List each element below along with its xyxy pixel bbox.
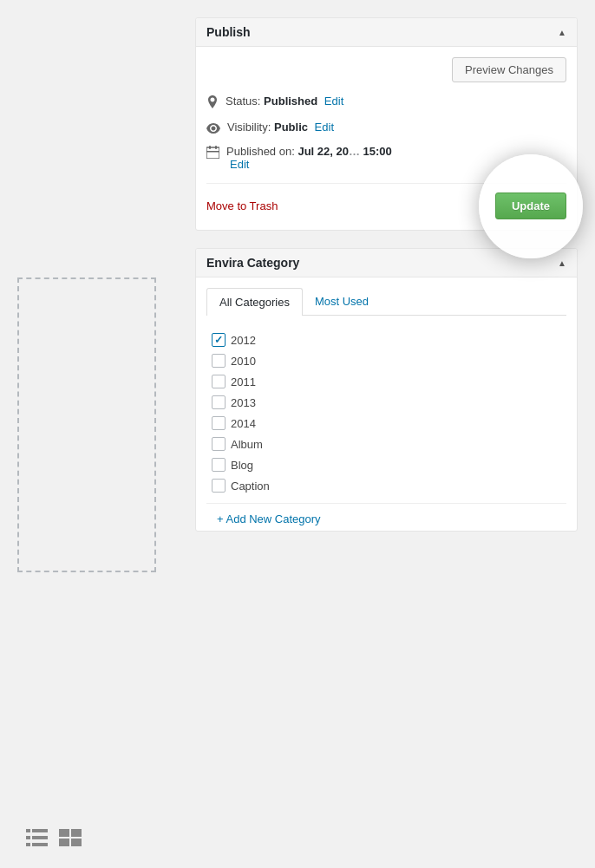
publish-panel-title: Publish [206,25,251,39]
checkbox-caption[interactable] [212,479,226,493]
category-label-2012[interactable]: ✓ 2012 [212,333,256,347]
add-new-category-link[interactable]: + Add New Category [206,503,566,531]
move-to-trash-link[interactable]: Move to Trash [206,199,278,212]
left-column [0,0,186,868]
visibility-text: Visibility: Public Edit [227,121,334,134]
category-label-blog[interactable]: Blog [212,458,253,472]
published-date-text: Published on: Jul 22, 20… 15:00 Edit [226,145,392,171]
category-panel-body: All Categories Most Used ✓ 2012 [196,277,577,531]
svg-rect-6 [59,829,69,837]
checkbox-2010[interactable] [212,354,226,368]
publish-panel: Publish ▲ Preview Changes [195,17,578,231]
category-label-2010[interactable]: 2010 [212,354,256,368]
category-tabs: All Categories Most Used [206,288,566,316]
list-item: 2013 [206,392,566,413]
status-label: Status: [226,95,260,108]
category-panel-header: Envira Category ▲ [196,249,577,277]
update-button-wrapper: Update [495,193,566,219]
svg-rect-0 [26,829,30,832]
checkbox-2014[interactable] [212,416,226,430]
right-column: Publish ▲ Preview Changes [186,0,595,868]
category-name-2014: 2014 [231,417,256,430]
published-label: Published on: [226,145,295,158]
status-value: Published [264,95,317,108]
category-label-caption[interactable]: Caption [212,479,270,493]
visibility-edit-link[interactable]: Edit [315,121,334,134]
checkbox-2012[interactable]: ✓ [212,333,226,347]
category-name-2013: 2013 [231,396,256,409]
category-panel-title: Envira Category [206,256,299,270]
svg-rect-13 [206,151,219,153]
tab-all-categories[interactable]: All Categories [206,288,303,316]
category-name-2010: 2010 [231,355,256,368]
svg-rect-5 [32,843,48,846]
checkbox-album[interactable] [212,437,226,451]
bottom-icons [26,829,83,851]
tab-most-used[interactable]: Most Used [303,288,381,316]
svg-rect-9 [71,839,82,846]
update-button[interactable]: Update [495,193,566,219]
grid-view-icon[interactable] [59,829,83,851]
status-row: Status: Published Edit [206,95,566,112]
category-name-blog: Blog [231,459,253,472]
list-item: 2011 [206,371,566,392]
category-label-album[interactable]: Album [212,437,263,451]
category-panel-toggle[interactable]: ▲ [558,258,566,268]
publish-panel-body: Preview Changes Status: Published Edit [196,47,577,230]
preview-changes-button[interactable]: Preview Changes [452,57,566,82]
list-item: Blog [206,454,566,475]
svg-rect-11 [209,146,211,149]
list-item: 2010 [206,350,566,371]
dashed-box [17,277,156,572]
publish-panel-toggle[interactable]: ▲ [558,28,566,37]
svg-rect-12 [215,146,217,149]
calendar-icon [206,146,219,161]
svg-rect-10 [206,147,219,159]
category-name-album: Album [231,438,263,451]
svg-rect-4 [26,843,30,846]
checkbox-2013[interactable] [212,395,226,409]
category-label-2014[interactable]: 2014 [212,416,256,430]
preview-btn-row: Preview Changes [206,57,566,82]
list-item: Caption [206,475,566,496]
category-label-2011[interactable]: 2011 [212,375,256,388]
category-name-caption: Caption [231,480,270,493]
list-item: Album [206,434,566,454]
action-row: Move to Trash Update [206,183,566,219]
visibility-label: Visibility: [227,121,271,134]
list-item: ✓ 2012 [206,330,566,350]
svg-rect-1 [32,829,48,832]
list-item: 2014 [206,413,566,434]
status-edit-link[interactable]: Edit [324,95,343,108]
published-date-row: Published on: Jul 22, 20… 15:00 Edit [206,145,566,171]
svg-rect-2 [26,836,30,839]
checkbox-blog[interactable] [212,458,226,472]
checkbox-2011[interactable] [212,375,226,388]
category-name-2012: 2012 [231,334,256,347]
checkmark-2012: ✓ [214,335,223,345]
category-list: ✓ 2012 2010 201 [206,326,566,499]
svg-rect-7 [71,829,82,837]
status-icon [206,95,219,112]
published-edit-link[interactable]: Edit [230,158,249,171]
page-wrapper: Publish ▲ Preview Changes [0,0,595,868]
list-view-icon[interactable] [26,829,50,851]
category-label-2013[interactable]: 2013 [212,395,256,409]
svg-rect-3 [32,836,48,839]
published-date: Jul 22, 20… 15:00 [298,145,391,158]
visibility-row: Visibility: Public Edit [206,121,566,136]
publish-panel-header: Publish ▲ [196,18,577,47]
category-panel: Envira Category ▲ All Categories Most Us… [195,248,578,532]
status-text: Status: Published Edit [226,95,343,108]
visibility-value: Public [274,121,308,134]
visibility-icon [206,121,220,136]
svg-rect-8 [59,839,69,846]
category-name-2011: 2011 [231,375,256,388]
